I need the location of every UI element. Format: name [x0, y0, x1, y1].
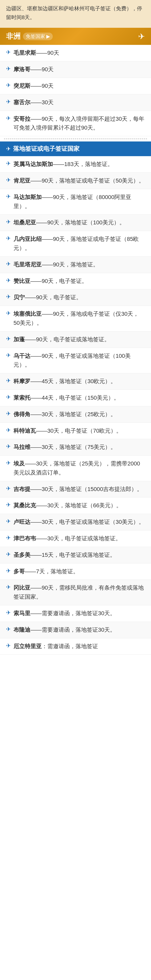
plane-icon: ✈: [6, 277, 11, 284]
plane-icon: ✈: [6, 642, 11, 649]
country-text: 埃及——30天，落地签证（25美元），需携带2000美元以及酒店订单。: [13, 459, 145, 477]
country-text: 布隆迪——需要邀请函，落地签证30天。: [13, 625, 145, 635]
list-item: ✈ 赞比亚——90天，电子签证。: [0, 273, 151, 290]
plane-icon: ✈: [6, 336, 11, 342]
africa-subtitle: 免签国家 ▶: [23, 33, 53, 40]
country-text: 毛里塔尼亚——90天，落地签证。: [13, 260, 145, 269]
free-visa-list: ✈ 毛里求斯——90天 ✈ 摩洛哥——90天 ✈ 突尼斯——90天 ✈ 塞舌尔—…: [0, 45, 151, 136]
country-text: 厄立特里亚：需邀请函，落地签证: [13, 642, 145, 651]
country-text: 坦桑尼亚——90天，落地签证（100美元）。: [13, 218, 145, 227]
list-item: ✈ 多哥——7天，落地签证。: [0, 563, 151, 580]
country-text: 突尼斯——90天: [13, 81, 145, 91]
landing-header-title: 落地签证或电子签证国家: [13, 145, 79, 153]
list-item: ✈ 津巴布韦——30天，电子签证或落地签证。: [0, 530, 151, 547]
list-item: ✈ 毛里塔尼亚——90天，落地签证。: [0, 256, 151, 273]
plane-icon: ✈: [6, 49, 11, 56]
list-item: ✈ 埃塞俄比亚——90天，落地或电子签证（仅30天，50美元）。: [0, 306, 151, 331]
country-text: 马拉维——30天，落地签证（75美元）。: [13, 443, 145, 452]
list-item: ✈ 布隆迪——需要邀请函，落地签证30天。: [0, 622, 151, 638]
plane-icon: ✈: [6, 261, 11, 267]
list-item: ✈ 冈比亚——90天，需移民局批准，有条件免签或落地签证国家。: [0, 580, 151, 605]
top-text: 边疆区、堪察加边疆区和萨哈林州可电子签证（免费），停留时间8天。: [6, 4, 145, 22]
country-text: 毛里求斯——90天: [13, 48, 145, 57]
plane-icon: ✈: [6, 485, 11, 492]
list-item: ✈ 圣多美——15天，电子签证或落地签证。: [0, 547, 151, 563]
country-text: 莱索托——44天，电子签证（150美元）。: [13, 393, 145, 402]
plane-icon: ✈: [6, 218, 11, 225]
plane-icon: ✈: [6, 518, 11, 525]
plane-icon: ✈: [6, 160, 11, 167]
top-section: 边疆区、堪察加边疆区和萨哈林州可电子签证（免费），停留时间8天。: [0, 0, 151, 28]
country-text: 卢旺达——30天，电子签证或落地签证（30美元）。: [13, 517, 145, 527]
list-item: ✈ 肯尼亚——90天，落地签证或电子签证（50美元）。: [0, 173, 151, 189]
plane-icon: ✈: [6, 293, 11, 300]
plane-icon: ✈: [6, 609, 11, 616]
list-item: ✈ 索马里——需要邀请函，落地签证30天。: [0, 605, 151, 622]
plane-decoration-icon: ✈: [138, 32, 145, 41]
plane-icon: ✈: [6, 460, 11, 466]
country-text: 索马里——需要邀请函，落地签证30天。: [13, 609, 145, 618]
plane-icon: ✈: [6, 501, 11, 508]
country-text: 科摩罗——45天，落地签证（30欧元）。: [13, 377, 145, 386]
country-text: 埃塞俄比亚——90天，落地或电子签证（仅30天，50美元）。: [13, 310, 145, 328]
list-item: ✈ 加蓬——90天，电子签证或落地签证。: [0, 331, 151, 348]
africa-header: 非洲 免签国家 ▶ ✈: [0, 28, 151, 45]
list-item: ✈ 英属马达加斯加——183天，落地签证。: [0, 156, 151, 173]
list-item: ✈ 佛得角——30天，落地签证（25欧元）。: [0, 406, 151, 423]
country-text: 津巴布韦——30天，电子签证或落地签证。: [13, 534, 145, 543]
list-item: ✈ 坦桑尼亚——90天，落地签证（100美元）。: [0, 215, 151, 231]
list-item: ✈ 卢旺达——30天，电子签证或落地签证（30美元）。: [0, 514, 151, 530]
plane-icon: ✈: [6, 65, 11, 72]
list-item: ✈ 马拉维——30天，落地签证（75美元）。: [0, 439, 151, 456]
plane-icon: ✈: [6, 352, 11, 359]
arrow-icon: ▶: [46, 33, 50, 39]
list-item: ✈ 马达加斯加——90天，落地签证（80000阿里亚里）。: [0, 189, 151, 215]
plane-icon: ✈: [6, 193, 11, 200]
landing-header-icon: ✈: [6, 145, 11, 152]
list-item: ✈ 毛里求斯——90天: [0, 45, 151, 61]
country-text: 塞舌尔——30天: [13, 98, 145, 107]
plane-icon: ✈: [6, 551, 11, 558]
list-item: ✈ 摩洛哥——90天: [0, 61, 151, 78]
country-text: 几内亚比绍——90天，落地签证或电子签证（85欧元）。: [13, 235, 145, 253]
plane-icon: ✈: [6, 443, 11, 450]
list-item: ✈ 吉布提——30天，落地签证（15000吉布提法郎）。: [0, 481, 151, 498]
plane-icon: ✈: [6, 82, 11, 89]
plane-icon: ✈: [6, 584, 11, 590]
plane-icon: ✈: [6, 568, 11, 574]
country-text: 莫桑比克——30天，落地签证（66美元）。: [13, 501, 145, 510]
country-text: 圣多美——15天，电子签证或落地签证。: [13, 550, 145, 560]
country-text: 肯尼亚——90天，落地签证或电子签证（50美元）。: [13, 176, 145, 185]
country-text: 冈比亚——90天，需移民局批准，有条件免签或落地签证国家。: [13, 583, 145, 601]
list-item: ✈ 科摩罗——45天，落地签证（30欧元）。: [0, 373, 151, 390]
free-visa-label: 免签国家: [26, 33, 45, 40]
plane-icon: ✈: [6, 377, 11, 384]
country-text: 加蓬——90天，电子签证或落地签证。: [13, 335, 145, 344]
plane-icon: ✈: [6, 427, 11, 433]
country-text: 安哥拉——90天，每次入境停留期不超过30天，每年可免签入境停留累计不超过90天…: [13, 115, 145, 133]
plane-icon: ✈: [6, 99, 11, 105]
country-text: 马达加斯加——90天，落地签证（80000阿里亚里）。: [13, 193, 145, 211]
country-text: 摩洛哥——90天: [13, 65, 145, 74]
plane-icon: ✈: [6, 177, 11, 183]
landing-visa-header: ✈ 落地签证或电子签证国家: [0, 142, 151, 156]
country-text: 科特迪瓦——30天，电子签证（70欧元）。: [13, 426, 145, 436]
plane-icon: ✈: [6, 394, 11, 401]
country-text: 贝宁——90天，电子签证。: [13, 293, 145, 302]
country-text: 多哥——7天，落地签证。: [13, 567, 145, 576]
list-item: ✈ 乌干达——90天，电子签证或落地签证（100美元）。: [0, 348, 151, 374]
plane-icon: ✈: [6, 626, 11, 632]
country-text: 吉布提——30天，落地签证（15000吉布提法郎）。: [13, 485, 145, 494]
landing-visa-list: ✈ 英属马达加斯加——183天，落地签证。 ✈ 肯尼亚——90天，落地签证或电子…: [0, 156, 151, 655]
list-item: ✈ 莱索托——44天，电子签证（150美元）。: [0, 390, 151, 406]
country-text: 佛得角——30天，落地签证（25欧元）。: [13, 410, 145, 419]
list-item: ✈ 突尼斯——90天: [0, 78, 151, 94]
list-item: ✈ 厄立特里亚：需邀请函，落地签证: [0, 638, 151, 655]
africa-title: 非洲: [6, 32, 21, 41]
list-item: ✈ 科特迪瓦——30天，电子签证（70欧元）。: [0, 423, 151, 439]
list-item: ✈ 莫桑比克——30天，落地签证（66美元）。: [0, 498, 151, 514]
country-text: 英属马达加斯加——183天，落地签证。: [13, 160, 145, 169]
country-text: 赞比亚——90天，电子签证。: [13, 277, 145, 286]
list-item: ✈ 安哥拉——90天，每次入境停留期不超过30天，每年可免签入境停留累计不超过9…: [0, 111, 151, 137]
section-divider: [4, 138, 147, 139]
